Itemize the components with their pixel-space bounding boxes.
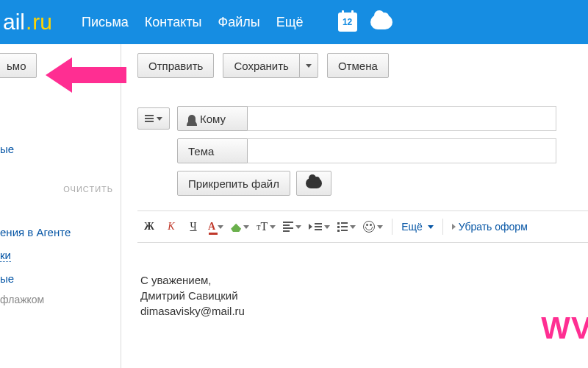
cloud-icon[interactable] (370, 15, 392, 29)
cloud-icon (306, 178, 322, 188)
to-input[interactable] (248, 106, 556, 131)
nav-files[interactable]: Файлы (218, 15, 260, 30)
emoji-button[interactable] (360, 217, 386, 236)
chevron-down-icon (157, 117, 162, 121)
top-bar: ail.ru Письма Контакты Файлы Ещё 12 (0, 0, 588, 44)
indent-button[interactable] (306, 217, 333, 236)
sidebar-link-dotted[interactable]: ки (0, 249, 11, 262)
chevron-down-icon (270, 225, 276, 229)
watermark: WV (541, 311, 588, 346)
align-button[interactable] (280, 217, 304, 236)
toolbar-more-button[interactable]: Ещё (398, 217, 437, 236)
compose-button[interactable]: ьмо (0, 53, 37, 78)
top-nav: Письма Контакты Файлы Ещё 12 (82, 13, 392, 32)
to-field-button[interactable]: Кому (177, 106, 248, 131)
toolbar-separator (392, 219, 392, 235)
to-label: Кому (200, 113, 226, 125)
clear-link[interactable]: очистить (0, 185, 113, 194)
chevron-down-icon (377, 225, 383, 229)
nav-mail[interactable]: Письма (82, 15, 129, 30)
font-color-button[interactable]: А (205, 217, 226, 236)
sidebar: ьмо ые очистить ения в Агенте ки ые флаж… (0, 44, 121, 368)
smiley-icon (363, 221, 375, 233)
italic-button[interactable]: К (161, 217, 182, 236)
compose-area: Отправить Сохранить Отмена Кому (121, 44, 588, 368)
signature-line-2: Дмитрий Савицкий (140, 288, 585, 303)
compose-menu-button[interactable] (137, 107, 170, 130)
save-button[interactable]: Сохранить (223, 53, 299, 78)
chevron-down-icon (295, 225, 301, 229)
logo-dot: . (26, 10, 32, 35)
chevron-down-icon (218, 225, 223, 229)
nav-contacts[interactable]: Контакты (145, 15, 202, 30)
annotation-arrow (46, 57, 126, 91)
signature-line-1: С уважением, (140, 272, 585, 288)
person-icon (188, 115, 196, 122)
attach-file-button[interactable]: Прикрепить файл (177, 171, 290, 196)
attach-cloud-button[interactable] (296, 171, 331, 196)
hamburger-icon (145, 115, 154, 122)
send-button[interactable]: Отправить (137, 53, 214, 78)
highlight-button[interactable] (228, 217, 252, 236)
logo-text-left: ail (3, 10, 25, 35)
subject-input[interactable] (248, 138, 556, 163)
underline-button[interactable]: Ч (183, 217, 204, 236)
align-left-icon (283, 222, 293, 232)
logo[interactable]: ail.ru (3, 10, 52, 35)
bold-button[interactable]: Ж (139, 217, 159, 236)
subject-field-button[interactable]: Тема (177, 138, 248, 163)
signature-line-3: dimasavisky@mail.ru (140, 303, 585, 319)
nav-icons: 12 (338, 13, 392, 32)
chevron-down-icon (306, 64, 312, 68)
sidebar-link-1[interactable]: ые (0, 143, 115, 155)
save-split-button: Сохранить (223, 53, 318, 78)
action-row: Отправить Сохранить Отмена (137, 53, 588, 78)
chevron-down-icon (243, 225, 249, 229)
triangle-right-icon (452, 224, 456, 230)
sidebar-link-agent[interactable]: ения в Агенте (0, 226, 115, 238)
chevron-down-icon (428, 225, 434, 229)
font-size-button[interactable]: тТ (254, 217, 279, 236)
logo-text-right: ru (32, 10, 52, 35)
remove-format-button[interactable]: Убрать оформ (449, 217, 531, 236)
cancel-button[interactable]: Отмена (327, 53, 389, 78)
editor-toolbar: Ж К Ч А тТ Ещё Убрать оформ (137, 210, 588, 243)
save-dropdown-button[interactable] (299, 53, 318, 78)
list-button[interactable] (334, 217, 359, 236)
sidebar-link-plain[interactable]: ые (0, 272, 115, 285)
nav-more[interactable]: Ещё (276, 15, 304, 30)
calendar-icon[interactable]: 12 (338, 13, 357, 32)
toolbar-separator (442, 219, 443, 235)
subject-label: Тема (188, 145, 214, 158)
chevron-down-icon (324, 225, 330, 229)
list-icon (337, 222, 348, 232)
sidebar-flag-text: флажком (0, 294, 115, 305)
chevron-down-icon (350, 225, 356, 229)
message-body[interactable]: С уважением, Дмитрий Савицкий dimasavisk… (137, 243, 588, 319)
indent-icon (309, 223, 322, 230)
